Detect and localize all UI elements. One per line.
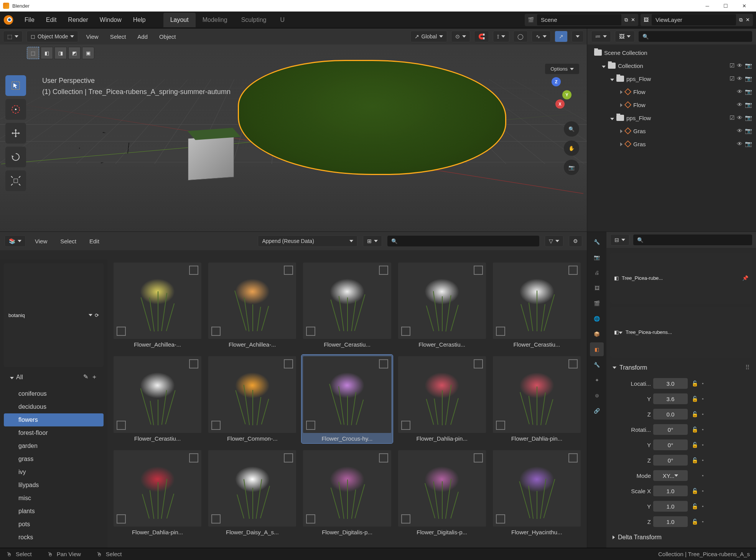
category-coniferous[interactable]: coniferous bbox=[4, 387, 104, 400]
camera-icon[interactable]: 📷 bbox=[745, 62, 752, 69]
scale-x-input[interactable]: 1.0 bbox=[653, 486, 688, 496]
gizmo-axis-z[interactable]: Z bbox=[552, 77, 561, 86]
props-datablock-crumb1[interactable]: ◧ Tree_Picea-rube... 📌 bbox=[610, 253, 752, 304]
scale-z-input[interactable]: 1.0 bbox=[653, 516, 688, 527]
prop-tab-particles[interactable]: ✦ bbox=[590, 373, 604, 387]
lock-icon[interactable]: 🔓 bbox=[690, 442, 700, 448]
prop-tab-object[interactable]: ◧ bbox=[590, 342, 604, 356]
category-rocks[interactable]: rocks bbox=[4, 531, 104, 544]
delete-viewlayer-icon[interactable]: ✕ bbox=[746, 17, 750, 23]
asset-card[interactable]: Flower_Cerastiu... bbox=[112, 355, 203, 443]
category-plants[interactable]: plants bbox=[4, 505, 104, 518]
gizmo-options[interactable] bbox=[572, 31, 584, 42]
tree-row-scene-collection[interactable]: Scene Collection bbox=[587, 46, 756, 59]
tab-sculpting[interactable]: Sculpting bbox=[234, 13, 273, 27]
prop-tab-tool[interactable]: 🔧 bbox=[590, 235, 604, 249]
asset-display-options[interactable]: ⊞ bbox=[363, 235, 382, 247]
asset-settings-button[interactable]: ⚙ bbox=[569, 235, 582, 247]
asset-card[interactable]: Flower_Dahlia-pin... bbox=[112, 449, 203, 537]
select-mode-subtract[interactable]: ◨ bbox=[54, 47, 67, 59]
zoom-button[interactable]: 🔍 bbox=[564, 121, 579, 137]
orientation-selector[interactable]: ↗ Global bbox=[410, 31, 447, 42]
asset-menu-view[interactable]: View bbox=[31, 236, 51, 247]
select-mode-box[interactable]: ⬚ bbox=[27, 47, 39, 59]
asset-card[interactable]: Flower_Cerastiu... bbox=[301, 261, 392, 349]
prop-tab-world[interactable]: 🌐 bbox=[590, 312, 604, 325]
catalog-add-icon[interactable]: ＋ bbox=[91, 373, 97, 381]
rotation-y-input[interactable]: 0° bbox=[653, 439, 688, 450]
viewport-menu-select[interactable]: Select bbox=[106, 31, 130, 42]
lock-icon[interactable]: 🔓 bbox=[690, 457, 700, 463]
proportional-options[interactable]: ∿ bbox=[532, 31, 551, 42]
eye-icon[interactable]: 👁 bbox=[737, 114, 743, 121]
minimize-button[interactable]: ─ bbox=[698, 0, 716, 11]
asset-grid[interactable]: Flower_Achillea-...Flower_Achillea-...Fl… bbox=[107, 259, 587, 548]
asset-library-selector[interactable]: botaniq ⟳ bbox=[4, 263, 104, 367]
select-mode-invert[interactable]: ◩ bbox=[68, 47, 81, 59]
maximize-button[interactable]: ☐ bbox=[717, 0, 735, 11]
category-pots[interactable]: pots bbox=[4, 518, 104, 531]
tool-rotate[interactable] bbox=[5, 147, 26, 167]
pin-icon[interactable]: 📌 bbox=[742, 275, 748, 281]
blender-logo-icon[interactable] bbox=[3, 15, 14, 25]
tool-select-box[interactable] bbox=[5, 75, 26, 96]
asset-card[interactable]: Flower_Cerastiu... bbox=[491, 261, 582, 349]
prop-tab-collection[interactable]: 📦 bbox=[590, 327, 604, 341]
asset-card[interactable]: Flower_Dahlia-pin... bbox=[491, 355, 582, 443]
close-button[interactable]: ✕ bbox=[735, 0, 753, 11]
asset-card[interactable]: Flower_Digitalis-p... bbox=[397, 449, 488, 537]
eye-icon[interactable]: 👁 bbox=[737, 75, 743, 82]
viewlayer-name-input[interactable] bbox=[652, 14, 736, 25]
disclosure-icon[interactable] bbox=[620, 89, 623, 95]
scene-name-input[interactable] bbox=[537, 14, 621, 25]
prop-tab-modifiers[interactable]: 🔧 bbox=[590, 358, 604, 372]
lock-icon[interactable]: 🔓 bbox=[690, 503, 700, 509]
copy-scene-icon[interactable]: ⧉ bbox=[624, 17, 628, 23]
menu-window[interactable]: Window bbox=[94, 14, 127, 26]
checkbox-icon[interactable]: ☑ bbox=[730, 114, 735, 121]
asset-card[interactable]: Flower_Achillea-... bbox=[112, 261, 203, 349]
viewport-3d-canvas[interactable]: ⬚ ◧ ◨ ◩ ▣ User Perspective (1) Collectio… bbox=[0, 45, 587, 231]
category-ivy[interactable]: ivy bbox=[4, 466, 104, 479]
tree-row[interactable]: Flow👁📷 bbox=[587, 85, 756, 98]
viewport-nav-gizmo[interactable]: Z Y X bbox=[541, 77, 572, 108]
menu-file[interactable]: File bbox=[19, 14, 40, 26]
asset-card[interactable]: Flower_Digitalis-p... bbox=[301, 449, 392, 537]
tool-move[interactable] bbox=[5, 123, 26, 144]
eye-icon[interactable]: 👁 bbox=[737, 62, 743, 69]
scale-y-input[interactable]: 1.0 bbox=[653, 501, 688, 512]
mode-selector[interactable]: ◻ Object Mode bbox=[26, 31, 78, 42]
category-lilypads[interactable]: lilypads bbox=[4, 479, 104, 492]
prop-tab-output[interactable]: 🖨 bbox=[590, 266, 604, 279]
outliner-display-mode[interactable]: ≔ bbox=[591, 31, 611, 42]
viewport-menu-view[interactable]: View bbox=[82, 31, 102, 42]
eye-icon[interactable]: 👁 bbox=[737, 140, 743, 147]
category-forest-floor[interactable]: forest-floor bbox=[4, 426, 104, 439]
refresh-icon[interactable]: ⟳ bbox=[95, 312, 99, 318]
asset-search-input[interactable] bbox=[387, 236, 539, 246]
select-mode-extend[interactable]: ◧ bbox=[41, 47, 53, 59]
pivot-selector[interactable]: ⊙ bbox=[451, 31, 470, 42]
tree-row[interactable]: pps_Flow☑👁📷 bbox=[587, 111, 756, 124]
lock-icon[interactable]: 🔓 bbox=[690, 396, 700, 402]
tree-row[interactable]: Gras👁📷 bbox=[587, 124, 756, 137]
asset-menu-select[interactable]: Select bbox=[56, 236, 80, 247]
viewport-menu-object[interactable]: Object bbox=[155, 31, 180, 42]
tool-scale[interactable] bbox=[5, 170, 26, 191]
asset-menu-edit[interactable]: Edit bbox=[86, 236, 103, 247]
camera-icon[interactable]: 📷 bbox=[745, 88, 752, 95]
asset-card[interactable]: Flower_Dahlia-pin... bbox=[397, 355, 488, 443]
category-grass[interactable]: grass bbox=[4, 453, 104, 466]
section-delta-transform[interactable]: Delta Transform bbox=[610, 531, 752, 544]
category-garden[interactable]: garden bbox=[4, 439, 104, 453]
lock-icon[interactable]: 🔓 bbox=[690, 426, 700, 433]
tab-modeling[interactable]: Modeling bbox=[196, 13, 234, 27]
menu-render[interactable]: Render bbox=[63, 14, 93, 26]
scene-planter-object[interactable] bbox=[188, 135, 234, 180]
location-x-input[interactable]: 3.0 bbox=[653, 378, 688, 389]
rotation-mode-select[interactable]: XY... bbox=[653, 470, 688, 481]
props-search-input[interactable] bbox=[633, 235, 752, 245]
outliner-filter[interactable]: 🖼 bbox=[615, 31, 635, 42]
viewport-options-button[interactable]: Options bbox=[545, 64, 579, 74]
rotation-x-input[interactable]: 0° bbox=[653, 424, 688, 435]
